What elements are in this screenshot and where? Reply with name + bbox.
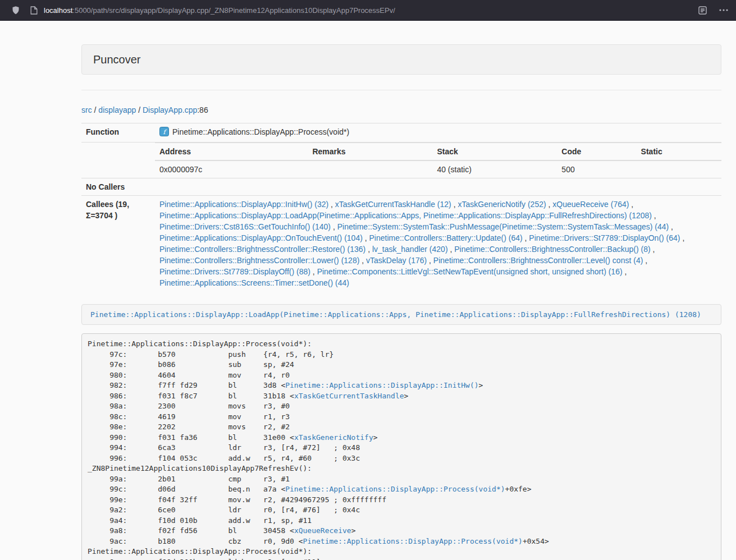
reader-mode-icon[interactable]: [698, 6, 707, 15]
app-header-panel: Puncover: [81, 44, 721, 75]
metrics-cell: Address Remarks Stack Code Static 0x0000…: [155, 143, 721, 178]
column-header-address: Address: [155, 143, 308, 161]
no-callers-row: No Callers: [81, 178, 721, 196]
metrics-row: Address Remarks Stack Code Static 0x0000…: [81, 143, 721, 178]
divider: [81, 90, 721, 90]
url-path: :5000/path/src/displayapp/DisplayApp.cpp…: [72, 6, 395, 15]
callee-link[interactable]: Pinetime::Controllers::BrightnessControl…: [433, 256, 643, 265]
callee-link[interactable]: xTaskGenericNotify (252): [458, 200, 546, 209]
shield-icon[interactable]: [11, 6, 20, 15]
callee-link[interactable]: Pinetime::Drivers::St7789::DisplayOn() (…: [529, 233, 680, 242]
column-header-code: Code: [557, 143, 636, 161]
metrics-data-row: 0x0000097c 40 (static) 500: [155, 160, 721, 178]
breadcrumb-link-displayapp[interactable]: displayapp: [98, 105, 136, 114]
callee-link[interactable]: xQueueReceive (764): [552, 200, 629, 209]
symbol-name: Pinetime::Applications::DisplayApp::Proc…: [172, 127, 349, 136]
callee-link[interactable]: Pinetime::Controllers::BrightnessControl…: [159, 256, 359, 265]
callee-link[interactable]: Pinetime::Applications::DisplayApp::OnTo…: [159, 233, 363, 242]
column-header-stack: Stack: [432, 143, 557, 161]
breadcrumb-link-src[interactable]: src: [81, 105, 92, 114]
cell-remarks: [308, 160, 432, 178]
code-symbol-link[interactable]: xTaskGetCurrentTaskHandle: [294, 392, 404, 400]
callees-list: Pinetime::Applications::DisplayApp::Init…: [155, 196, 721, 292]
no-callers-cell: [155, 178, 721, 196]
code-symbol-link[interactable]: Pinetime::Applications::DisplayApp::Proc…: [285, 485, 505, 493]
callee-link[interactable]: Pinetime::System::SystemTask::PushMessag…: [337, 222, 669, 231]
url-bar[interactable]: localhost:5000/path/src/displayapp/Displ…: [30, 6, 692, 15]
callee-link[interactable]: vTaskDelay (176): [366, 256, 427, 265]
callee-link[interactable]: Pinetime::Applications::DisplayApp::Init…: [159, 200, 328, 209]
code-symbol-link[interactable]: Pinetime::Applications::DisplayApp::Proc…: [303, 537, 523, 545]
callee-link[interactable]: Pinetime::Controllers::BrightnessControl…: [159, 245, 365, 254]
code-symbol-link[interactable]: xTaskGenericNotify: [294, 433, 373, 442]
breadcrumb-line-number: :86: [197, 105, 208, 114]
metrics-table: Address Remarks Stack Code Static 0x0000…: [155, 143, 721, 178]
metrics-header-row: Address Remarks Stack Code Static: [155, 143, 721, 161]
cell-address: 0x0000097c: [155, 160, 308, 178]
url-text: localhost:5000/path/src/displayapp/Displ…: [44, 6, 395, 15]
breadcrumb-separator: /: [136, 105, 143, 114]
cell-stack: 40 (static): [432, 160, 557, 178]
column-header-static: Static: [637, 143, 721, 161]
callee-link[interactable]: Pinetime::Drivers::St7789::DisplayOff() …: [159, 267, 310, 276]
breadcrumb: src / displayapp / DisplayApp.cpp:86: [81, 104, 721, 116]
column-header-remarks: Remarks: [308, 143, 432, 161]
url-host: localhost: [44, 6, 72, 15]
code-panel-heading: Pinetime::Applications::DisplayApp::Load…: [81, 304, 721, 325]
function-row: Function f Pinetime::Applications::Displ…: [81, 123, 721, 143]
callee-link[interactable]: lv_task_handler (420): [372, 245, 448, 254]
callee-link[interactable]: Pinetime::Applications::Screens::Timer::…: [159, 278, 349, 287]
callee-link[interactable]: Pinetime::Components::LittleVgl::SetNewT…: [317, 267, 623, 276]
function-name-cell: f Pinetime::Applications::DisplayApp::Pr…: [155, 123, 721, 143]
cell-static: [637, 160, 721, 178]
function-row-label: Function: [81, 123, 155, 143]
browser-toolbar: localhost:5000/path/src/displayapp/Displ…: [0, 0, 736, 21]
code-symbol-link[interactable]: Pinetime::Applications::DisplayApp::Init…: [285, 381, 478, 389]
callees-label: Callees (19, Σ=3704 ): [81, 196, 155, 292]
breadcrumb-separator: /: [92, 105, 99, 114]
callee-link[interactable]: Pinetime::Controllers::BrightnessControl…: [454, 245, 650, 254]
symbol-table: Function f Pinetime::Applications::Displ…: [81, 123, 721, 291]
function-icon: f: [159, 127, 169, 139]
metrics-row-label: [81, 143, 155, 178]
disassembly: Pinetime::Applications::DisplayApp::Proc…: [81, 333, 721, 560]
loadapp-symbol-link[interactable]: Pinetime::Applications::DisplayApp::Load…: [90, 310, 701, 319]
page-icon: [30, 6, 38, 15]
code-symbol-link[interactable]: xQueueReceive: [294, 526, 351, 535]
overflow-menu-icon[interactable]: [719, 9, 728, 11]
cell-code: 500: [557, 160, 636, 178]
callee-link[interactable]: Pinetime::Applications::DisplayApp::Load…: [159, 211, 652, 220]
main-content: Puncover src / displayapp / DisplayApp.c…: [81, 44, 721, 560]
callees-row: Callees (19, Σ=3704 ) Pinetime::Applicat…: [81, 196, 721, 292]
no-callers-label: No Callers: [81, 178, 155, 196]
callee-link[interactable]: xTaskGetCurrentTaskHandle (12): [335, 200, 451, 209]
page-title: Puncover: [93, 53, 710, 66]
callee-link[interactable]: Pinetime::Controllers::Battery::Update()…: [369, 233, 523, 242]
breadcrumb-link-file[interactable]: DisplayApp.cpp: [143, 105, 197, 114]
callee-link[interactable]: Pinetime::Drivers::Cst816S::GetTouchInfo…: [159, 222, 331, 231]
